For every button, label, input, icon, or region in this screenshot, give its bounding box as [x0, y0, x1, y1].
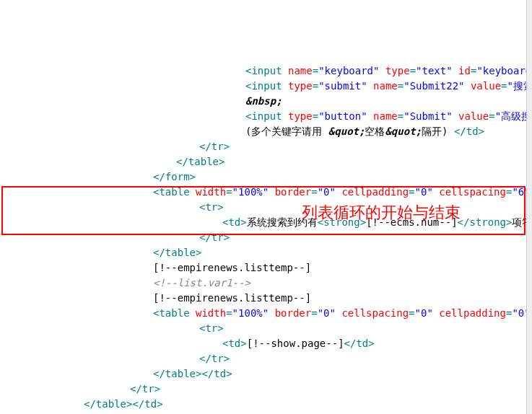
code-line: </table></td>	[14, 397, 532, 412]
code-token: <input	[245, 80, 282, 92]
code-line: <input name="keyboard" type="text" id="k…	[14, 63, 532, 79]
code-token: <td>	[222, 338, 247, 349]
code-token: "0"	[318, 307, 336, 319]
code-token: </td>	[132, 398, 162, 410]
code-token: </form>	[153, 171, 196, 182]
code-token: value	[458, 110, 489, 122]
code-line: <input type="button" name="Submit" value…	[14, 109, 532, 124]
code-token: </table>	[176, 156, 224, 167]
code-token: [!--empirenews.listtemp--]	[153, 262, 311, 273]
code-token: [!--show.page--]	[247, 338, 344, 349]
code-token: "100%"	[232, 307, 269, 319]
code-token: "Submit22"	[404, 80, 464, 92]
code-token: <input	[245, 65, 282, 76]
code-line: <td>[!--show.page--]</td>	[14, 336, 532, 351]
code-token: </td>	[344, 338, 375, 349]
code-line: &nbsp;	[14, 94, 532, 109]
code-line: [!--empirenews.listtemp--]	[14, 291, 532, 306]
code-line: </tr>	[14, 139, 532, 154]
code-token: "keyboard"	[476, 65, 532, 76]
code-token: &quot;	[385, 125, 422, 137]
scrollbar-vertical[interactable]	[526, 0, 532, 414]
code-token: </table>	[84, 398, 132, 410]
code-token: cellpadding	[439, 307, 506, 319]
code-token: </tr>	[130, 383, 160, 395]
code-token: </td>	[201, 368, 232, 379]
code-token: 隔开)	[422, 125, 454, 137]
code-token: (多个关键字请用	[245, 125, 328, 137]
code-token: id	[458, 65, 471, 76]
code-token: name	[288, 65, 313, 76]
code-token: </td>	[454, 125, 484, 137]
code-token: </table>	[153, 368, 201, 379]
code-editor-content: <input name="keyboard" type="text" id="k…	[14, 63, 532, 414]
code-line: <!--list.var1-->	[14, 276, 532, 291]
code-token: "Submit"	[404, 110, 452, 122]
code-line: </form>	[14, 169, 532, 185]
code-token: "0"	[415, 307, 433, 319]
code-line: <tr>	[14, 321, 532, 336]
code-token: name	[373, 110, 398, 122]
code-token: 空格	[365, 125, 385, 137]
code-token: </tr>	[199, 353, 230, 364]
code-token: <tr>	[199, 322, 224, 334]
code-line: <table width="100%" border="0" cellspaci…	[14, 306, 532, 321]
code-token: border	[275, 307, 312, 319]
annotation-label: 列表循环的开始与结束	[302, 201, 461, 224]
code-token: &quot;	[328, 125, 365, 137]
code-token: cellspacing	[341, 307, 409, 319]
code-token: [!--empirenews.listtemp--]	[153, 292, 311, 304]
code-token: width	[196, 307, 226, 319]
code-token: </tr>	[199, 141, 230, 152]
code-line: (多个关键字请用 &quot;空格&quot;隔开) </td>	[14, 124, 532, 139]
code-line: </table>	[14, 245, 532, 260]
code-line: <input type="submit" name="Submit22" val…	[14, 79, 532, 94]
code-line: [!--empirenews.listtemp--]	[14, 260, 532, 276]
code-token: &nbsp;	[245, 95, 282, 107]
code-line: </tr>	[14, 351, 532, 366]
code-token: type	[288, 110, 313, 122]
code-token: name	[373, 80, 398, 92]
code-token: value	[471, 80, 501, 92]
code-line: </tr>	[14, 382, 532, 397]
code-token: </table>	[153, 247, 201, 258]
code-token: <input	[245, 110, 282, 122]
code-token: type	[385, 65, 410, 76]
code-token: type	[288, 80, 313, 92]
code-token: <!--list.var1-->	[153, 277, 250, 289]
code-token: "submit"	[318, 80, 367, 92]
code-token: <table	[153, 307, 190, 319]
code-token: "button"	[318, 110, 367, 122]
code-token: "text"	[416, 65, 453, 76]
code-line: </table>	[14, 154, 532, 169]
code-line: </table></td>	[14, 366, 532, 382]
code-token: "keyboard"	[318, 65, 379, 76]
